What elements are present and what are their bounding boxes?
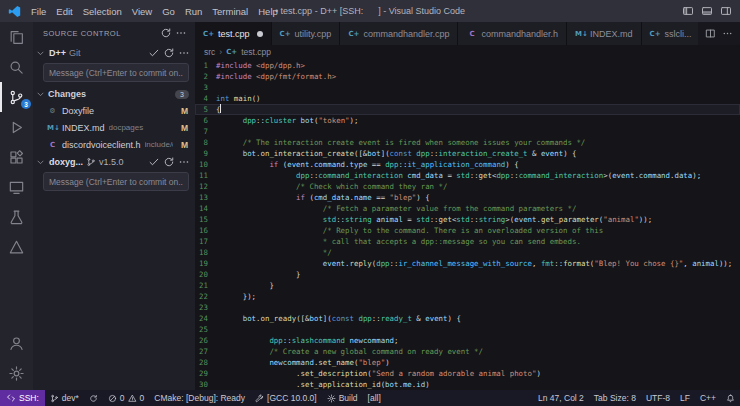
status-modified: M	[181, 140, 188, 150]
repo-scm-label: Git	[69, 48, 81, 58]
tab-sslcli...[interactable]: C+sslcli...	[642, 22, 698, 45]
code-text: bot.on_ready([&bot](const dpp::ready_t &…	[216, 313, 461, 324]
line-number: 20	[195, 269, 216, 280]
remote-indicator[interactable]: SSH:	[0, 390, 45, 406]
commit-message-input[interactable]	[43, 172, 189, 191]
line-number: 24	[195, 313, 216, 324]
scm-repos: D++GitChanges3⚙DoxyfileMM↓INDEX.mddocpag…	[33, 44, 195, 195]
line-number: 1	[195, 60, 216, 71]
activity-remote-explorer[interactable]	[0, 172, 33, 202]
status-indentation[interactable]: Tab Size: 8	[589, 390, 641, 406]
activity-manage[interactable]	[0, 358, 33, 388]
file-icon: C	[47, 141, 58, 149]
status-cmake-kit[interactable]: [GCC 10.0.0]	[250, 390, 322, 406]
menu-edit[interactable]: Edit	[51, 4, 77, 19]
toggle-secondary-sidebar-icon[interactable]	[720, 5, 732, 17]
refresh-icon[interactable]	[163, 47, 175, 59]
status-cmake-status[interactable]: CMake: [Debug]: Ready	[149, 390, 250, 406]
more-actions-icon[interactable]	[178, 156, 190, 168]
repo-header[interactable]: D++Git	[33, 44, 195, 62]
cpp-icon: C+	[650, 30, 661, 38]
section-label: Changes	[48, 89, 86, 99]
menu-go[interactable]: Go	[157, 4, 180, 19]
menu-terminal[interactable]: Terminal	[207, 4, 253, 19]
more-actions-icon[interactable]	[722, 28, 733, 39]
code-line: 22 });	[195, 291, 740, 302]
line-number: 15	[195, 214, 216, 225]
code-text: }	[216, 269, 301, 280]
more-actions-icon[interactable]	[175, 27, 187, 39]
status-cmake-build[interactable]: Build	[322, 390, 363, 406]
activity-bar-top: 3	[0, 22, 33, 262]
tab-commandhandler.h[interactable]: Ccommandhandler.h	[458, 22, 567, 45]
code-text: /* Check which command they ran */	[216, 181, 447, 192]
scm-file-row[interactable]: M↓INDEX.mddocpagesM	[33, 119, 195, 136]
status-problems[interactable]: 00	[103, 390, 149, 406]
refresh-icon[interactable]	[160, 27, 172, 39]
cpp-icon: C+	[203, 30, 214, 38]
scm-file-row[interactable]: Cdiscordvoiceclient.hinclude/d...M	[33, 136, 195, 153]
activity-run-and-debug[interactable]	[0, 112, 33, 142]
line-number: 28	[195, 357, 216, 368]
code-text: * call that accepts a dpp::message so yo…	[216, 236, 581, 247]
split-editor-icon[interactable]	[705, 28, 716, 39]
scm-file-row[interactable]: ⚙DoxyfileM	[33, 102, 195, 119]
code-text: /* Create a new global command on ready …	[216, 346, 483, 357]
toggle-panel-icon[interactable]	[701, 5, 713, 17]
code-text: #include <dpp/fmt/format.h>	[216, 71, 336, 82]
status-label: Tab Size: 8	[594, 393, 636, 403]
sidebar-header-actions	[157, 27, 187, 39]
remote-icon	[6, 393, 16, 403]
accounts-icon	[8, 335, 25, 352]
status-language-mode[interactable]: C++	[695, 390, 721, 406]
status-git-branch[interactable]: dev*	[45, 390, 84, 406]
status-sync[interactable]	[84, 390, 103, 406]
line-number: 2	[195, 71, 216, 82]
menu-selection[interactable]: Selection	[78, 4, 127, 19]
menu-run[interactable]: Run	[180, 4, 207, 19]
activity-badge: 3	[21, 99, 31, 109]
menu-file[interactable]: File	[26, 4, 51, 19]
activity-cmake[interactable]	[0, 232, 33, 262]
status-left: dev*00CMake: [Debug]: Ready[GCC 10.0.0]B…	[45, 390, 386, 406]
commit-icon[interactable]	[148, 47, 160, 59]
commit-message-input[interactable]	[43, 63, 189, 82]
tab-INDEX.md[interactable]: M↓INDEX.md	[567, 22, 642, 45]
menu-view[interactable]: View	[127, 4, 157, 19]
more-actions-icon[interactable]	[178, 47, 190, 59]
commit-icon[interactable]	[148, 156, 160, 168]
status-cmake-target[interactable]: [all]	[363, 390, 386, 406]
code-text: /* Reply to the command. There is an ove…	[216, 225, 603, 236]
status-eol[interactable]: LF	[675, 390, 695, 406]
activity-source-control[interactable]: 3	[0, 82, 33, 112]
warn-icon	[128, 394, 137, 403]
activity-testing[interactable]	[0, 202, 33, 232]
status-encoding[interactable]: UTF-8	[641, 390, 675, 406]
activity-accounts[interactable]	[0, 328, 33, 358]
cpp-icon: C+	[348, 30, 359, 38]
breadcrumb-item[interactable]: src	[204, 47, 215, 57]
line-number: 14	[195, 203, 216, 214]
repo-header[interactable]: doxyg...v1.5.0	[33, 153, 195, 171]
breadcrumb-item[interactable]: test.cpp	[241, 47, 271, 57]
tab-commandhandler.cpp[interactable]: C+commandhandler.cpp	[340, 22, 458, 45]
refresh-icon	[89, 394, 98, 403]
activity-extensions[interactable]	[0, 142, 33, 172]
modified-dot	[257, 31, 263, 37]
editor[interactable]: 1#include <dpp/dpp.h>2#include <dpp/fmt/…	[195, 59, 740, 390]
line-number: 3	[195, 82, 216, 93]
section-changes[interactable]: Changes3	[33, 86, 195, 102]
line-number: 27	[195, 346, 216, 357]
tab-utility.cpp[interactable]: C+utility.cpp	[272, 22, 341, 45]
code-line: 11 dpp::command_interaction cmd_data = s…	[195, 170, 740, 181]
code-text: /* The interaction create event is fired…	[216, 137, 585, 148]
code-text: dpp::command_interaction cmd_data = std:…	[216, 170, 701, 181]
refresh-icon[interactable]	[163, 156, 175, 168]
activity-search[interactable]	[0, 52, 33, 82]
cpp-icon: C+	[280, 30, 291, 38]
status-notifications[interactable]	[721, 390, 740, 406]
toggle-primary-sidebar-icon[interactable]	[682, 5, 694, 17]
activity-explorer[interactable]	[0, 22, 33, 52]
tab-test.cpp[interactable]: C+test.cpp	[195, 22, 272, 45]
status-cursor-position[interactable]: Ln 47, Col 2	[533, 390, 589, 406]
